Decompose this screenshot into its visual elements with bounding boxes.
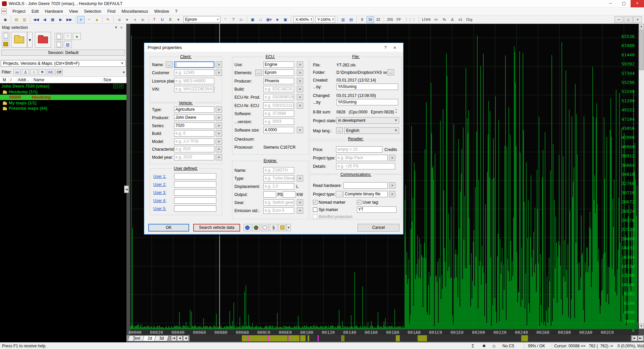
x-zoom-spinner[interactable]: X:400%▲▼ [293, 16, 313, 23]
minimize-button[interactable]: ─ [604, 0, 617, 7]
close-button[interactable]: × [631, 0, 644, 7]
column-size[interactable]: Size [102, 78, 111, 83]
window-tile-button[interactable]: □ [257, 16, 264, 23]
column-addr[interactable]: Addr... [16, 78, 30, 83]
back-button[interactable]: ◀ [115, 16, 123, 23]
forward-button[interactable]: ▶ [140, 16, 147, 23]
tree-hexdump-map-row[interactable]: 00000 Hexdump [0, 95, 126, 100]
selection-color-button[interactable]: ■ [274, 16, 281, 23]
tree-mymaps-folder-row[interactable]: My maps (1/1) [0, 100, 126, 106]
scroll-last-button[interactable]: ▶| [638, 336, 643, 341]
project-state-select[interactable]: in development˅ [336, 117, 399, 124]
map-lang-browse-button[interactable]: ... [336, 127, 343, 134]
overview-minimap[interactable] [190, 335, 631, 341]
last-version-button[interactable]: ▶▶ [65, 16, 73, 23]
field-use[interactable]: Engine [263, 61, 294, 68]
field-user-5[interactable] [174, 205, 216, 212]
output-ps-field[interactable] [263, 191, 276, 198]
org-button[interactable]: Org [465, 16, 474, 23]
scroll-down-icon[interactable]: ▼ [639, 323, 644, 329]
window-h-button[interactable]: ▥ [339, 16, 347, 23]
pointer-button[interactable]: ▷ [238, 16, 245, 23]
legal-button[interactable]: § [270, 224, 277, 231]
arrow-button-build[interactable]: > [216, 130, 222, 137]
folder-browse-button[interactable]: ... [387, 69, 394, 76]
user-tag-checkbox[interactable]: ✓ [357, 200, 361, 204]
read-hardware-field[interactable] [343, 182, 388, 189]
field-label-user-4[interactable]: User 4: [153, 198, 166, 203]
field-characteristic[interactable]: e.g. R20 [174, 146, 214, 152]
sign-button[interactable]: +/- [433, 16, 440, 23]
field-user-3[interactable] [174, 189, 216, 196]
map-properties-button[interactable]: ▤ [64, 41, 72, 48]
field-name[interactable] [174, 61, 214, 68]
hexdump-view-button[interactable]: ▦ [49, 16, 56, 23]
decimal-button[interactable]: 255 [386, 16, 394, 23]
cancel-button[interactable]: Cancel [358, 224, 399, 232]
child-window-icon[interactable]: IOI [1, 9, 7, 14]
arrow-button-build[interactable]: > [297, 86, 303, 92]
first-version-button[interactable]: ◀◀ [32, 16, 40, 23]
filter-more-icon[interactable]: ▾ [121, 70, 126, 74]
read-hardware-arrow-button[interactable]: > [389, 182, 395, 189]
reseller-project-type-field[interactable]: e.g. Map Pack [336, 155, 388, 161]
window-cascade-button[interactable]: ▣ [249, 16, 256, 23]
arrow-button-type[interactable]: > [297, 175, 303, 182]
column-slash[interactable]: / [9, 78, 11, 83]
bdm-bsl-checkbox[interactable] [313, 214, 317, 219]
field-displacement[interactable]: e.g. 2.0 [263, 183, 294, 190]
binary-button[interactable]: ⋮⋮⋮ [403, 16, 417, 23]
filter-axis-button[interactable]: ıııı [13, 69, 21, 75]
width-8-button[interactable]: 8 [359, 16, 366, 23]
filter-flag-button[interactable]: ⚑ [39, 69, 46, 75]
field-label-user-5[interactable]: User 5: [153, 206, 166, 211]
arrow-button-model-year[interactable]: > [216, 154, 222, 160]
session-button[interactable]: Session: Default [1, 50, 125, 56]
menu-selection[interactable]: Selection [81, 7, 104, 15]
restore-button[interactable]: ▢ [617, 0, 631, 7]
menu-miscellaneous[interactable]: Miscellaneous [118, 7, 151, 15]
field-build[interactable]: e.g. 6 [174, 130, 214, 137]
next-version-button[interactable]: ▶ [57, 16, 64, 23]
field-producer[interactable]: Phoenix [263, 78, 294, 84]
filter-off-button[interactable]: Off [55, 69, 63, 75]
resize-grip[interactable] [639, 344, 644, 349]
arrow-button-ecu-nr-prod[interactable]: > [297, 94, 303, 100]
wand-button[interactable]: * [222, 16, 229, 23]
field-licence-plate[interactable]: e.g. WES-H4900 [174, 78, 214, 84]
arrow-button-model[interactable]: > [216, 138, 222, 145]
x1-button[interactable]: x1 [457, 16, 464, 23]
arrow-button-series[interactable]: > [216, 122, 222, 129]
output-kw-field[interactable] [283, 191, 296, 198]
field-type[interactable]: Agriculture [174, 106, 214, 113]
comm-type-browse-button[interactable]: ... [336, 191, 342, 197]
field-version[interactable]: e.g. 0003 [263, 118, 294, 125]
open-project-button[interactable]: ▤ [13, 16, 20, 23]
field-name[interactable]: e.g. Z19DTH [263, 167, 294, 173]
mode-dropdown[interactable]: ▾ [175, 16, 182, 23]
field-label-user-1[interactable]: User 1: [153, 174, 166, 179]
stamp-button[interactable] [278, 224, 286, 231]
created-by-field[interactable]: YAStuning [336, 84, 398, 90]
field-user-1[interactable] [174, 173, 216, 180]
diamond-icon[interactable]: ◇ [492, 344, 495, 348]
column-m[interactable]: M [1, 78, 6, 83]
window-v-button[interactable]: ▤ [347, 16, 355, 23]
field-software[interactable]: e.g. 372668 [263, 110, 294, 117]
field-ecu-nr-ecu[interactable]: e.g. 0281012113 [263, 102, 294, 109]
percent-button[interactable]: % [441, 16, 448, 23]
field-customer[interactable]: e.g. 12345 [174, 69, 214, 76]
sum-icon[interactable]: Σ [472, 344, 474, 348]
scroll-first-button[interactable]: |◀ [171, 336, 176, 341]
arrow-button-producer[interactable]: > [216, 114, 222, 121]
online-database-button[interactable] [252, 224, 260, 231]
menu-[interactable]: ? [172, 7, 180, 15]
save-button[interactable] [2, 40, 9, 48]
globe-blue-button[interactable]: ● [123, 16, 131, 23]
user-tag-field[interactable]: YT [357, 206, 396, 213]
field-emission-std[interactable]: e.g. Euro 5 [263, 207, 294, 214]
map-selection-button[interactable]: ≡ [77, 16, 85, 23]
menu-window[interactable]: Window [151, 7, 172, 15]
mdi-restore-button[interactable]: □ [624, 16, 633, 23]
browse-button-name[interactable]: ... [166, 61, 172, 68]
